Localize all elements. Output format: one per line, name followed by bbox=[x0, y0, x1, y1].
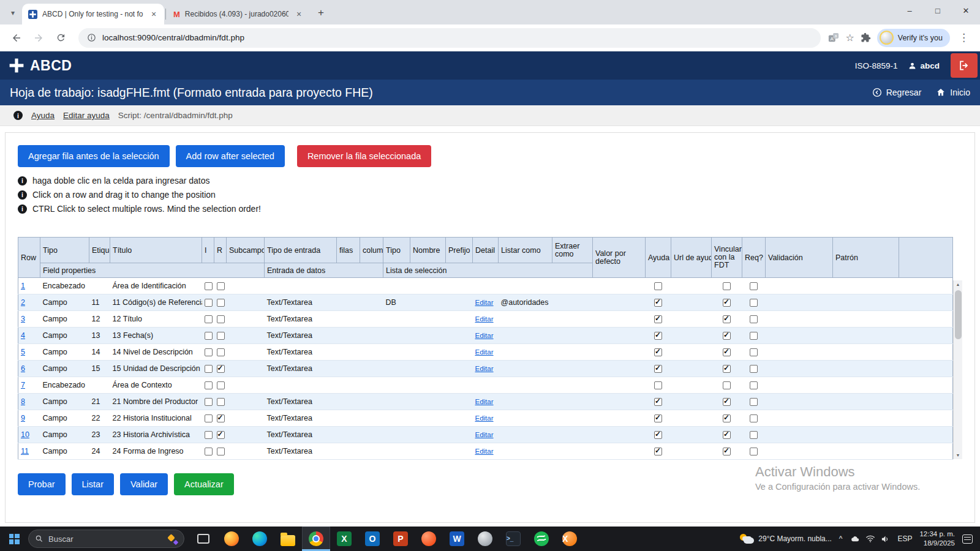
row-number-link[interactable]: 6 bbox=[21, 364, 25, 373]
update-button[interactable]: Actualizar bbox=[174, 473, 234, 495]
logout-button[interactable] bbox=[951, 53, 978, 78]
paint-icon[interactable] bbox=[471, 527, 499, 551]
table-row[interactable]: 6Campo1515 Unidad de DescripciónText/Tex… bbox=[18, 361, 953, 377]
scrollbar-thumb[interactable] bbox=[955, 290, 962, 339]
edit-detail-link[interactable]: Editar bbox=[475, 365, 494, 372]
req-checkbox[interactable] bbox=[750, 332, 758, 340]
i-checkbox[interactable] bbox=[205, 348, 213, 356]
taskbar-clock[interactable]: 12:34 p. m. 18/9/2025 bbox=[919, 530, 955, 548]
volume-icon[interactable] bbox=[881, 535, 890, 543]
powerpoint-icon[interactable] bbox=[386, 527, 415, 551]
req-checkbox[interactable] bbox=[750, 398, 758, 406]
row-number-link[interactable]: 3 bbox=[21, 315, 25, 323]
scroll-up-icon[interactable]: ▲ bbox=[956, 280, 960, 288]
req-checkbox[interactable] bbox=[750, 414, 758, 422]
r-checkbox[interactable] bbox=[217, 299, 225, 307]
search-highlights-icon[interactable] bbox=[167, 533, 178, 544]
opera-icon[interactable] bbox=[415, 527, 443, 551]
row-number-link[interactable]: 10 bbox=[21, 430, 29, 439]
i-checkbox[interactable] bbox=[205, 414, 213, 422]
terminal-icon[interactable] bbox=[499, 527, 527, 551]
ayuda-checkbox[interactable] bbox=[654, 299, 662, 307]
word-icon[interactable] bbox=[443, 527, 471, 551]
i-checkbox[interactable] bbox=[205, 299, 213, 307]
table-row[interactable]: 2Campo1111 Código(s) de ReferenciaText/T… bbox=[18, 294, 953, 311]
ayuda-checkbox[interactable] bbox=[654, 398, 662, 406]
r-checkbox[interactable] bbox=[217, 315, 225, 323]
i-checkbox[interactable] bbox=[205, 448, 213, 455]
ayuda-checkbox[interactable] bbox=[654, 315, 662, 323]
current-user[interactable]: abcd bbox=[908, 61, 940, 70]
r-checkbox[interactable] bbox=[217, 381, 225, 389]
r-checkbox[interactable] bbox=[217, 332, 225, 340]
hidden-icons-chevron[interactable]: ^ bbox=[839, 534, 843, 543]
table-row[interactable]: 8Campo2121 Nombre del ProductorText/Text… bbox=[18, 394, 953, 410]
table-row[interactable]: 10Campo2323 Historia ArchivísticaText/Te… bbox=[18, 427, 953, 443]
ayuda-checkbox[interactable] bbox=[654, 348, 662, 356]
outlook-icon[interactable] bbox=[358, 527, 386, 551]
r-checkbox[interactable] bbox=[217, 414, 225, 422]
back-link[interactable]: Regresar bbox=[872, 88, 922, 97]
table-row[interactable]: 9Campo2222 Historia InstitucionalText/Te… bbox=[18, 410, 953, 427]
vincular-checkbox[interactable] bbox=[723, 282, 731, 290]
wifi-icon[interactable] bbox=[865, 535, 875, 542]
ayuda-checkbox[interactable] bbox=[654, 282, 662, 290]
forward-button[interactable] bbox=[28, 28, 49, 48]
xampp-icon[interactable] bbox=[556, 527, 584, 551]
r-checkbox[interactable] bbox=[217, 365, 225, 373]
spotify-icon[interactable] bbox=[527, 527, 556, 551]
firefox-icon[interactable] bbox=[217, 527, 246, 551]
weather-widget[interactable]: 29°C Mayorm. nubla... bbox=[739, 533, 832, 544]
tab-close-icon[interactable]: × bbox=[148, 9, 159, 20]
req-checkbox[interactable] bbox=[750, 381, 758, 389]
browser-tab[interactable]: M Recibidos (4.093) - jurado02060 × bbox=[167, 4, 309, 24]
excel-icon[interactable] bbox=[330, 527, 358, 551]
edit-detail-link[interactable]: Editar bbox=[475, 332, 494, 339]
row-number-link[interactable]: 1 bbox=[21, 282, 25, 290]
row-number-link[interactable]: 9 bbox=[21, 414, 25, 422]
edit-detail-link[interactable]: Editar bbox=[475, 299, 494, 306]
add-row-after-button[interactable]: Add row after selected bbox=[176, 145, 285, 167]
ayuda-checkbox[interactable] bbox=[654, 365, 662, 373]
vincular-checkbox[interactable] bbox=[723, 365, 731, 373]
i-checkbox[interactable] bbox=[205, 398, 213, 406]
row-number-link[interactable]: 2 bbox=[21, 298, 25, 307]
abcd-logo[interactable]: ABCD bbox=[9, 58, 72, 74]
table-row[interactable]: 7EncabezadoÁrea de Contexto bbox=[18, 377, 953, 394]
new-tab-button[interactable]: + bbox=[313, 5, 329, 21]
req-checkbox[interactable] bbox=[750, 431, 758, 439]
vincular-checkbox[interactable] bbox=[723, 315, 731, 323]
browser-tab-active[interactable]: ABCD | Only for testing - not fo × bbox=[22, 4, 164, 24]
row-number-link[interactable]: 11 bbox=[21, 447, 29, 455]
req-checkbox[interactable] bbox=[750, 448, 758, 455]
r-checkbox[interactable] bbox=[217, 348, 225, 356]
browser-menu-icon[interactable]: ⋮ bbox=[956, 31, 971, 44]
file-explorer-icon[interactable] bbox=[274, 527, 302, 551]
r-checkbox[interactable] bbox=[217, 282, 225, 290]
test-button[interactable]: Probar bbox=[18, 473, 66, 495]
remove-row-button[interactable]: Remover la fila seleccionada bbox=[297, 145, 431, 167]
start-button[interactable] bbox=[0, 527, 28, 551]
i-checkbox[interactable] bbox=[205, 315, 213, 323]
scroll-down-icon[interactable]: ▼ bbox=[956, 451, 960, 459]
vincular-checkbox[interactable] bbox=[723, 348, 731, 356]
i-checkbox[interactable] bbox=[205, 282, 213, 290]
edit-help-link[interactable]: Editar ayuda bbox=[63, 111, 110, 120]
r-checkbox[interactable] bbox=[217, 448, 225, 455]
language-indicator[interactable]: ESP bbox=[897, 534, 912, 543]
i-checkbox[interactable] bbox=[205, 431, 213, 439]
bookmark-star-icon[interactable]: ☆ bbox=[845, 32, 854, 43]
edit-detail-link[interactable]: Editar bbox=[475, 315, 494, 323]
req-checkbox[interactable] bbox=[750, 348, 758, 356]
notifications-icon[interactable] bbox=[962, 534, 973, 544]
i-checkbox[interactable] bbox=[205, 332, 213, 340]
table-row[interactable]: 4Campo1313 Fecha(s)Text/TextareaEditar bbox=[18, 328, 953, 344]
vincular-checkbox[interactable] bbox=[723, 332, 731, 340]
ayuda-checkbox[interactable] bbox=[654, 414, 662, 422]
vincular-checkbox[interactable] bbox=[723, 398, 731, 406]
ayuda-checkbox[interactable] bbox=[654, 332, 662, 340]
vincular-checkbox[interactable] bbox=[723, 431, 731, 439]
i-checkbox[interactable] bbox=[205, 365, 213, 373]
edit-detail-link[interactable]: Editar bbox=[475, 448, 494, 455]
ayuda-checkbox[interactable] bbox=[654, 431, 662, 439]
